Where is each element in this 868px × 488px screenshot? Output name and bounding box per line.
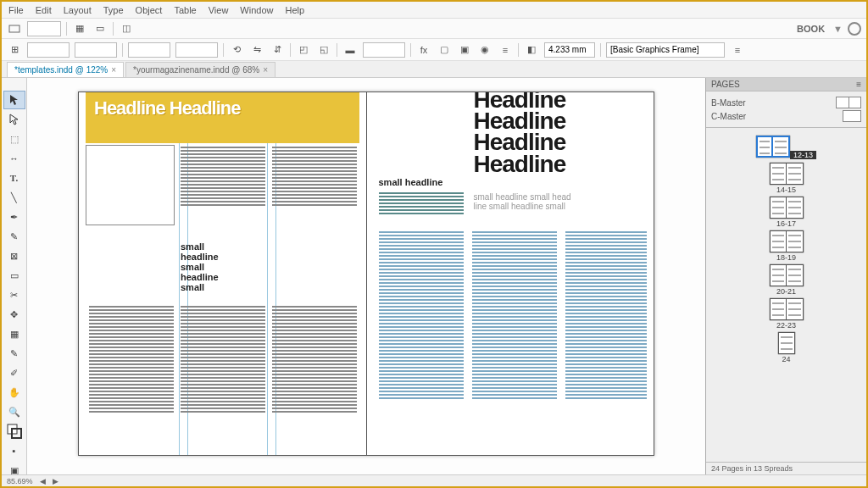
type-tool[interactable]: T. — [3, 169, 25, 187]
stroke-icon[interactable]: ▬ — [342, 42, 358, 58]
app-bar: ▦ ▭ ◫ BOOK ▼ — [2, 19, 866, 39]
pages-list[interactable]: 12-1314-1516-1718-1920-2122-2324 — [706, 128, 866, 462]
direct-selection-tool[interactable] — [3, 110, 25, 129]
doc-tab-active[interactable]: *templates.indd @ 122% × — [7, 62, 124, 77]
masters-section: B-Master C-Master — [706, 92, 866, 128]
menu-edit[interactable]: Edit — [36, 5, 52, 15]
text-column[interactable] — [565, 231, 647, 443]
spread-thumb[interactable] — [770, 230, 804, 252]
eyedropper-tool[interactable]: ✐ — [3, 363, 25, 382]
h-field[interactable] — [175, 42, 218, 58]
hero-headline: Headline Headline — [94, 97, 351, 119]
flip-v-icon[interactable]: ⇵ — [270, 42, 285, 58]
workspace-label[interactable]: BOOK — [797, 24, 825, 34]
screen-mode-icon[interactable]: ▭ — [92, 21, 108, 36]
fill-stroke-swatch[interactable] — [3, 422, 25, 441]
spread-thumb[interactable] — [778, 332, 795, 354]
hand-tool[interactable]: ✋ — [3, 383, 25, 402]
panel-header[interactable]: PAGES ≡ — [706, 78, 866, 92]
scissors-tool[interactable]: ✂ — [3, 286, 25, 304]
view-options-icon[interactable]: ▦ — [72, 21, 87, 36]
bridge-icon[interactable] — [7, 21, 22, 36]
y-field[interactable] — [75, 42, 117, 58]
text-column[interactable] — [272, 306, 357, 441]
image-frame[interactable] — [86, 145, 175, 225]
menu-help[interactable]: Help — [285, 5, 304, 15]
pencil-tool[interactable]: ✎ — [3, 227, 25, 246]
wrap-bbox-icon[interactable]: ▣ — [457, 42, 472, 58]
left-page[interactable]: Headline Headline small headline small h… — [78, 92, 367, 456]
menu-view[interactable]: View — [209, 5, 229, 15]
right-page[interactable]: Headline Headline Headline Headline smal… — [367, 92, 655, 456]
arrange-icon[interactable]: ◫ — [119, 21, 134, 36]
close-icon[interactable]: × — [263, 65, 268, 75]
select-content-icon[interactable]: ◱ — [316, 42, 331, 58]
text-column[interactable] — [472, 231, 557, 443]
hero-banner[interactable]: Headline Headline — [86, 92, 359, 143]
spread-thumb[interactable] — [770, 264, 804, 286]
spread-thumb[interactable] — [756, 136, 790, 158]
select-container-icon[interactable]: ◰ — [296, 42, 311, 58]
menu-table[interactable]: Table — [174, 5, 196, 15]
text-column[interactable] — [89, 306, 174, 441]
line-tool[interactable]: ╲ — [3, 188, 25, 207]
corner-size[interactable]: 4.233 mm — [544, 42, 595, 58]
menu-window[interactable]: Window — [240, 5, 273, 15]
canvas[interactable]: Headline Headline small headline small h… — [27, 78, 705, 474]
wrap-jump-icon[interactable]: ≡ — [498, 42, 513, 58]
menu-type[interactable]: Type — [103, 5, 124, 15]
w-field[interactable] — [128, 42, 170, 58]
text-column[interactable] — [181, 147, 265, 206]
fx-icon[interactable]: fx — [416, 42, 431, 58]
ref-point-icon[interactable]: ⊞ — [7, 42, 22, 58]
zoom-dropdown[interactable] — [27, 21, 61, 36]
gap-tool[interactable]: ↔ — [3, 149, 25, 168]
rotate-icon[interactable]: ⟲ — [229, 42, 244, 58]
text-column[interactable] — [379, 231, 464, 443]
page-tool[interactable]: ⬚ — [3, 130, 25, 148]
selection-tool[interactable] — [3, 91, 25, 109]
menu-object[interactable]: Object — [136, 5, 163, 15]
zoom-tool[interactable]: 🔍 — [3, 402, 25, 421]
search-icon[interactable] — [848, 22, 861, 36]
page-nav-next-icon[interactable]: ▶ — [53, 477, 58, 485]
menu-layout[interactable]: Layout — [64, 5, 92, 15]
stroke-weight[interactable] — [363, 42, 405, 58]
apply-color-icon[interactable]: ▪ — [3, 441, 25, 460]
text-column[interactable] — [181, 306, 265, 441]
wrap-none-icon[interactable]: ▢ — [437, 42, 452, 58]
tab-label: *yourmagazinename.indd @ 68% — [133, 65, 259, 75]
note-tool[interactable]: ✎ — [3, 344, 25, 363]
svg-rect-2 — [12, 429, 21, 438]
free-transform-tool[interactable]: ✥ — [3, 305, 25, 324]
text-column[interactable] — [272, 147, 357, 206]
gradient-tool[interactable]: ▦ — [3, 324, 25, 343]
rectangle-tool[interactable]: ▭ — [3, 266, 25, 285]
text-column[interactable] — [379, 192, 464, 225]
spread-thumb[interactable] — [770, 163, 804, 185]
small-headline-block[interactable]: small headline small headline small — [181, 241, 219, 292]
zoom-level[interactable]: 85.69% — [7, 477, 33, 485]
master-row[interactable]: B-Master — [711, 97, 861, 108]
panel-menu-icon[interactable]: ≡ — [856, 80, 861, 89]
spread-thumb[interactable] — [770, 197, 804, 219]
sub-lorem[interactable]: small headline small head line small hea… — [474, 192, 635, 211]
spread-thumb[interactable] — [770, 298, 804, 320]
object-style-dropdown[interactable]: [Basic Graphics Frame] — [606, 42, 725, 58]
close-icon[interactable]: × — [111, 65, 116, 75]
pen-tool[interactable]: ✒ — [3, 208, 25, 226]
flip-h-icon[interactable]: ⇋ — [249, 42, 264, 58]
wrap-shape-icon[interactable]: ◉ — [477, 42, 492, 58]
panel-menu-icon[interactable]: ≡ — [730, 42, 745, 58]
doc-tab-inactive[interactable]: *yourmagazinename.indd @ 68% × — [125, 62, 275, 77]
menu-file[interactable]: File — [8, 5, 24, 15]
master-row[interactable]: C-Master — [711, 110, 861, 122]
page-nav-prev-icon[interactable]: ◀ — [40, 477, 46, 485]
rectangle-frame-tool[interactable]: ⊠ — [3, 247, 25, 265]
headline-stack[interactable]: Headline Headline Headline Headline — [474, 92, 566, 175]
workspace: ⬚ ↔ T. ╲ ✒ ✎ ⊠ ▭ ✂ ✥ ▦ ✎ ✐ ✋ 🔍 ▪ ▣ Headl… — [2, 78, 866, 474]
spread-label: 24 — [711, 355, 861, 363]
corner-options-icon[interactable]: ◧ — [524, 42, 539, 58]
x-field[interactable] — [27, 42, 70, 58]
small-headline[interactable]: small headline — [379, 177, 443, 187]
